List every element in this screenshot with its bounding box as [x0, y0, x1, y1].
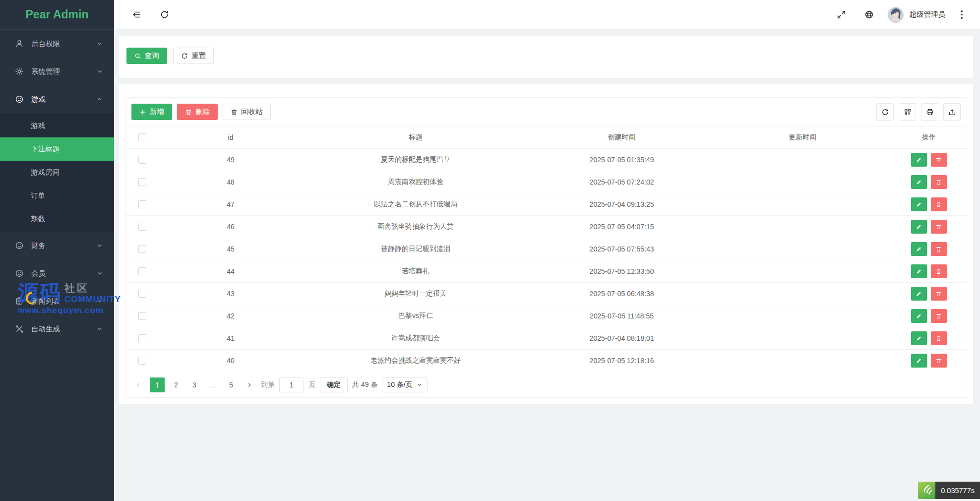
row-title: 许嵩成都演唱会 — [302, 334, 529, 343]
row-id: 43 — [159, 290, 302, 298]
jump-page-input[interactable] — [279, 377, 304, 392]
avatar[interactable] — [888, 7, 904, 23]
row-title: 以法之名二创从不打低端局 — [302, 200, 529, 209]
row-checkbox[interactable] — [138, 312, 146, 320]
filter-columns-icon[interactable] — [899, 103, 916, 121]
row-delete-button[interactable] — [931, 354, 947, 368]
page-button[interactable]: 5 — [224, 377, 238, 392]
page-button[interactable]: 2 — [169, 377, 183, 392]
reset-button[interactable]: 重置 — [173, 48, 214, 64]
chevron-down-icon — [96, 325, 103, 332]
next-page-icon[interactable] — [243, 377, 256, 392]
table-body: 49夏天的标配是狗尾巴草2025-07-05 01:35:4948周震南戏腔初体… — [125, 148, 967, 372]
sidebar-item[interactable]: 财务 — [0, 232, 114, 259]
sidebar-item[interactable]: 系统管理 — [0, 58, 114, 85]
fullscreen-icon[interactable] — [832, 5, 851, 24]
sidebar-item[interactable]: 自动生成 — [0, 315, 114, 343]
smiley-icon — [15, 95, 24, 104]
page-load-time: 0.035777s — [935, 482, 980, 499]
table-row: 46画离弦坐骑抽象行为大赏2025-07-05 04:07:15 — [125, 215, 967, 238]
table-row: 45被静静的日记暖到流泪2025-07-05 07:55:43 — [125, 238, 967, 260]
trash-icon — [185, 109, 192, 116]
row-checkbox[interactable] — [138, 334, 146, 342]
row-delete-button[interactable] — [931, 220, 947, 234]
row-checkbox[interactable] — [138, 357, 146, 365]
table-row: 40老派约会挑战之寂寞寂寞不好2025-07-05 12:18:16 — [125, 349, 967, 372]
row-delete-button[interactable] — [931, 197, 947, 211]
add-button[interactable]: 新增 — [131, 104, 172, 120]
row-created-time: 2025-07-05 12:33:50 — [529, 267, 714, 275]
row-created-time: 2025-07-05 06:48:38 — [529, 290, 714, 298]
row-title: 妈妈年轻时一定很美 — [302, 289, 529, 298]
row-checkbox[interactable] — [138, 178, 146, 186]
sidebar-item[interactable]: 游戏 — [0, 85, 114, 113]
sidebar-item[interactable]: 会员 — [0, 259, 114, 287]
collapse-sidebar-icon[interactable] — [127, 5, 146, 24]
row-delete-button[interactable] — [931, 175, 947, 189]
sidebar-subitem[interactable]: 期数 — [0, 207, 114, 231]
row-delete-button[interactable] — [931, 264, 947, 278]
username[interactable]: 超级管理员 — [910, 10, 946, 19]
edit-button[interactable] — [911, 264, 927, 278]
sidebar-subitem[interactable]: 游戏房间 — [0, 161, 114, 184]
prev-page-icon[interactable] — [131, 377, 145, 392]
edit-button[interactable] — [911, 197, 927, 211]
search-card: 查询 重置 — [119, 36, 973, 78]
sidebar-subitem[interactable]: 游戏 — [0, 114, 114, 137]
row-id: 49 — [159, 156, 302, 164]
user-icon — [15, 39, 24, 48]
row-checkbox[interactable] — [138, 223, 146, 231]
language-globe-icon[interactable] — [860, 5, 879, 24]
table-refresh-icon[interactable] — [876, 103, 894, 121]
row-checkbox[interactable] — [138, 156, 146, 164]
smiley-icon — [15, 269, 24, 278]
edit-button[interactable] — [911, 309, 927, 323]
confirm-jump-button[interactable]: 确定 — [320, 377, 348, 392]
export-icon[interactable] — [943, 103, 961, 121]
reset-refresh-icon — [181, 53, 188, 60]
chevron-down-icon — [96, 298, 103, 305]
recycle-bin-button[interactable]: 回收站 — [223, 104, 271, 120]
row-checkbox[interactable] — [138, 245, 146, 253]
sidebar-item[interactable]: 后台权限 — [0, 30, 114, 58]
row-checkbox[interactable] — [138, 290, 146, 298]
row-created-time: 2025-07-04 08:18:01 — [529, 334, 714, 342]
row-checkbox[interactable] — [138, 267, 146, 275]
sidebar-subitem[interactable]: 订单 — [0, 184, 114, 207]
page-button[interactable]: 1 — [150, 377, 165, 392]
table-row: 44若塔葬礼2025-07-05 12:33:50 — [125, 260, 967, 282]
sidebar-subitem[interactable]: 下注标题 — [0, 137, 114, 161]
query-button[interactable]: 查询 — [126, 48, 167, 64]
table-row: 47以法之名二创从不打低端局2025-07-04 09:13:25 — [125, 193, 967, 215]
topbar: 超级管理员 — [114, 0, 980, 30]
delete-button[interactable]: 删除 — [177, 104, 218, 120]
row-id: 42 — [159, 312, 302, 320]
edit-button[interactable] — [911, 220, 927, 234]
edit-button[interactable] — [911, 287, 927, 301]
page-button[interactable]: 3 — [187, 377, 201, 392]
edit-button[interactable] — [911, 331, 927, 345]
edit-button[interactable] — [911, 153, 927, 167]
edit-button[interactable] — [911, 354, 927, 368]
select-all-checkbox[interactable] — [138, 133, 146, 141]
refresh-page-icon[interactable] — [155, 5, 174, 24]
row-delete-button[interactable] — [931, 242, 947, 256]
row-title: 若塔葬礼 — [302, 267, 529, 276]
more-menu-icon[interactable] — [954, 5, 969, 24]
row-delete-button[interactable] — [931, 331, 947, 345]
row-created-time: 2025-07-05 01:35:49 — [529, 156, 714, 164]
sidebar-item[interactable]: 新闻列表 — [0, 287, 114, 315]
row-delete-button[interactable] — [931, 153, 947, 167]
row-id: 41 — [159, 334, 302, 342]
row-title: 夏天的标配是狗尾巴草 — [302, 155, 529, 164]
status-chip: 0.035777s — [918, 482, 980, 499]
table-row: 41许嵩成都演唱会2025-07-04 08:18:01 — [125, 327, 967, 349]
print-icon[interactable] — [921, 103, 938, 121]
row-created-time: 2025-07-04 09:13:25 — [529, 200, 714, 208]
page-size-select[interactable]: 10 条/页 — [382, 377, 427, 392]
row-delete-button[interactable] — [931, 309, 947, 323]
edit-button[interactable] — [911, 242, 927, 256]
edit-button[interactable] — [911, 175, 927, 189]
row-delete-button[interactable] — [931, 287, 947, 301]
row-checkbox[interactable] — [138, 200, 146, 208]
